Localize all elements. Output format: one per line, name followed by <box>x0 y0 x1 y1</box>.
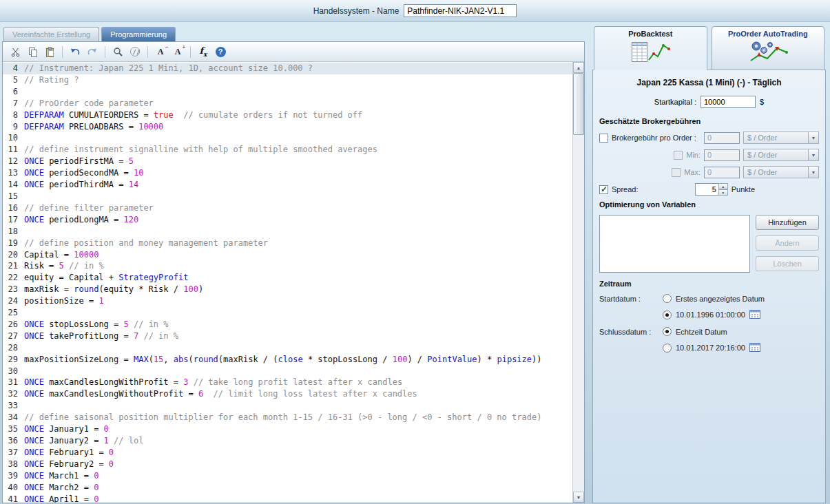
decrease-font-icon[interactable]: A− <box>153 44 168 59</box>
code-line[interactable]: 21Risk = 5 // in % <box>3 260 572 272</box>
broker-max-input[interactable] <box>704 167 740 178</box>
code-line[interactable]: 32ONCE maxCandlesLongWithoutProfit = 6 /… <box>3 388 572 400</box>
code-line[interactable]: 14ONCE periodThirdMA = 14 <box>3 179 572 191</box>
code-line[interactable]: 5// Rating ? <box>3 74 572 86</box>
broker-fee-checkbox[interactable] <box>599 134 608 143</box>
paste-icon[interactable] <box>42 44 57 59</box>
code-line[interactable]: 25 <box>3 307 572 319</box>
line-number: 33 <box>3 400 24 412</box>
code-line[interactable]: 35ONCE January1 = 0 <box>3 423 572 435</box>
code-line[interactable]: 7// ProOrder code parameter <box>3 98 572 109</box>
code-line[interactable]: 23maxRisk = round(equity * Risk / 100) <box>3 284 572 295</box>
line-number: 7 <box>3 98 24 109</box>
broker-max-unit-select[interactable]: $ / Order ▼ <box>743 166 819 178</box>
line-number: 5 <box>3 74 24 86</box>
zeitraum-title: Zeitraum <box>599 280 819 288</box>
broker-max-checkbox[interactable] <box>672 168 681 177</box>
radio-selected[interactable] <box>663 327 672 336</box>
broker-min-checkbox[interactable] <box>674 151 683 160</box>
scroll-down-arrow[interactable]: ▼ <box>573 492 584 503</box>
copy-icon[interactable] <box>25 44 40 59</box>
broker-fee-input[interactable] <box>704 132 740 144</box>
editor-scrollbar[interactable]: ▲ ▼ <box>572 62 584 503</box>
spread-checkbox[interactable] <box>599 185 608 194</box>
radio-selected[interactable] <box>663 311 672 319</box>
code-line[interactable]: 24positionSize = 1 <box>3 295 572 307</box>
code-line[interactable]: 17ONCE periodLongMA = 120 <box>3 214 572 226</box>
code-text: ONCE January2 = 1 // lol <box>24 435 143 447</box>
comment-icon[interactable]: // <box>127 44 143 59</box>
insert-function-icon[interactable]: fx <box>196 44 211 59</box>
code-line[interactable]: 26ONCE stopLossLong = 5 // in % <box>3 319 572 330</box>
search-icon[interactable] <box>110 44 125 59</box>
line-number: 12 <box>3 156 24 167</box>
startdatum-option-fixed-date[interactable]: 10.01.1996 01:00:00 <box>663 309 765 320</box>
code-line[interactable]: 13ONCE periodSecondMA = 10 <box>3 167 572 179</box>
code-line[interactable]: 4// Instrument: Japan 225 1 Mini, 1D, ac… <box>3 63 572 74</box>
scroll-track[interactable] <box>573 73 584 492</box>
code-line[interactable]: 18 <box>3 226 572 238</box>
broker-min-unit-select[interactable]: $ / Order ▼ <box>743 149 819 161</box>
code-line[interactable]: 6 <box>3 86 572 98</box>
spinner-down-icon[interactable]: ▼ <box>718 189 728 196</box>
radio-unselected[interactable] <box>663 294 672 303</box>
calendar-icon[interactable] <box>749 342 760 353</box>
code-line[interactable]: 29maxPositionSizeLong = MAX(15, abs(roun… <box>3 354 572 366</box>
code-line[interactable]: 10 <box>3 132 572 144</box>
help-icon[interactable]: ? <box>213 44 228 59</box>
code-line[interactable]: 15 <box>3 191 572 202</box>
code-line[interactable]: 39ONCE March1 = 0 <box>3 470 572 482</box>
tab-probacktest[interactable]: ProBacktest <box>594 26 707 70</box>
calendar-icon[interactable] <box>749 309 760 320</box>
backtest-panel: Japan 225 Kassa (1 Mini) (-) - Täglich S… <box>592 70 826 503</box>
code-line[interactable]: 22equity = Capital + StrategyProfit <box>3 272 572 284</box>
code-line[interactable]: 30 <box>3 366 572 377</box>
code-line[interactable]: 11// define instrument signalline with h… <box>3 144 572 156</box>
code-editor[interactable]: 4// Instrument: Japan 225 1 Mini, 1D, ac… <box>3 62 572 503</box>
startkapital-input[interactable] <box>701 96 756 108</box>
code-line[interactable]: 31ONCE maxCandlesLongWithProfit = 3 // t… <box>3 377 572 388</box>
schlussdatum-option-fixed-date[interactable]: 10.01.2017 20:16:00 <box>663 342 760 353</box>
spinner-up-icon[interactable]: ▲ <box>718 183 728 189</box>
top-bar: Handelssystem - Name <box>0 0 830 22</box>
tab-probacktest-label: ProBacktest <box>628 30 672 38</box>
code-line[interactable]: 28 <box>3 342 572 354</box>
code-text: ONCE periodFirstMA = 5 <box>24 156 134 167</box>
system-name-input[interactable] <box>404 4 517 17</box>
code-line[interactable]: 12ONCE periodFirstMA = 5 <box>3 156 572 167</box>
undo-icon[interactable] <box>68 44 83 59</box>
code-text: ONCE February2 = 0 <box>24 459 114 470</box>
radio-unselected[interactable] <box>663 344 672 353</box>
scroll-thumb[interactable] <box>573 73 584 135</box>
tab-programmierung[interactable]: Programmierung <box>101 27 176 41</box>
code-line[interactable]: 41ONCE April1 = 0 <box>3 494 572 503</box>
code-line[interactable]: 16// define filter parameter <box>3 202 572 214</box>
edit-variable-button[interactable]: Ändern <box>756 235 819 251</box>
schlussdatum-option-realtime[interactable]: Echtzeit Datum <box>663 327 760 336</box>
code-line[interactable]: 27ONCE takeProfitLong = 7 // in % <box>3 330 572 342</box>
scroll-up-arrow[interactable]: ▲ <box>573 62 584 73</box>
tab-vereinfachte-erstellung[interactable]: Vereinfachte Erstellung <box>3 27 99 41</box>
redo-icon[interactable] <box>85 44 100 59</box>
line-number: 23 <box>3 284 24 295</box>
code-line[interactable]: 37ONCE February1 = 0 <box>3 447 572 459</box>
code-line[interactable]: 34// define saisonal position multiplier… <box>3 412 572 423</box>
variables-listbox[interactable] <box>599 215 750 273</box>
cut-icon[interactable] <box>8 44 23 59</box>
delete-variable-button[interactable]: Löschen <box>756 256 819 271</box>
code-line[interactable]: 19// define position and money managemen… <box>3 238 572 249</box>
increase-font-icon[interactable]: A+ <box>170 44 185 59</box>
code-line[interactable]: 38ONCE February2 = 0 <box>3 459 572 470</box>
broker-fee-unit-select[interactable]: $ / Order ▼ <box>743 132 819 144</box>
broker-min-input[interactable] <box>704 149 740 161</box>
code-line[interactable]: 20Capital = 10000 <box>3 249 572 261</box>
add-variable-button[interactable]: Hinzufügen <box>756 215 819 230</box>
code-line[interactable]: 36ONCE January2 = 1 // lol <box>3 435 572 447</box>
code-line[interactable]: 33 <box>3 400 572 412</box>
tab-proorder-autotrading[interactable]: ProOrder AutoTrading <box>712 26 825 70</box>
code-line[interactable]: 40ONCE March2 = 0 <box>3 482 572 494</box>
code-line[interactable]: 8DEFPARAM CUMULATEORDERS = true // cumul… <box>3 109 572 121</box>
startdatum-option-first-date[interactable]: Erstes angezeigtes Datum <box>663 294 765 303</box>
spread-input[interactable] <box>695 183 718 196</box>
code-line[interactable]: 9DEFPARAM PRELOADBARS = 10000 <box>3 121 572 133</box>
